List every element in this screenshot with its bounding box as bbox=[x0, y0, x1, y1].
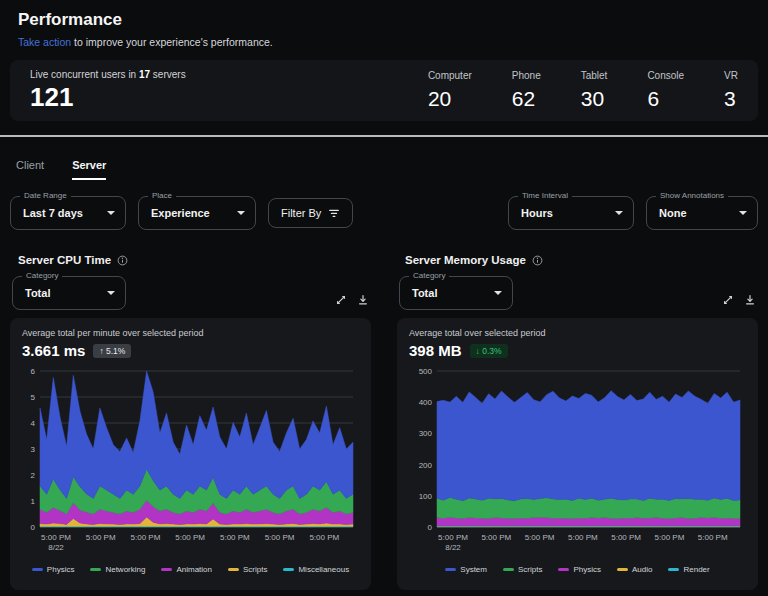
memory-category-select[interactable]: Category Total bbox=[399, 276, 513, 310]
svg-text:5:00 PM: 5:00 PM bbox=[220, 533, 250, 542]
download-chart-icon[interactable] bbox=[357, 294, 369, 306]
svg-text:5:00 PM: 5:00 PM bbox=[265, 533, 295, 542]
svg-text:400: 400 bbox=[419, 398, 433, 407]
svg-text:0: 0 bbox=[428, 523, 433, 532]
legend-swatch bbox=[90, 568, 101, 571]
page-title: Performance bbox=[18, 10, 750, 30]
memory-change-badge: ↓ 0.3% bbox=[470, 344, 508, 358]
tab-server[interactable]: Server bbox=[72, 159, 106, 180]
live-users-count: 121 bbox=[30, 82, 186, 113]
device-stats: Computer 20 Phone 62 Tablet 30 Console 6… bbox=[428, 70, 738, 111]
device-stat-console: Console 6 bbox=[647, 70, 684, 111]
memory-stat-value: 398 MB bbox=[409, 342, 462, 359]
legend-swatch bbox=[503, 568, 514, 571]
svg-text:2: 2 bbox=[31, 471, 36, 480]
cpu-category-select[interactable]: Category Total bbox=[12, 276, 126, 310]
legend-item[interactable]: Networking bbox=[90, 565, 145, 574]
legend-item[interactable]: Audio bbox=[617, 565, 652, 574]
legend-swatch bbox=[228, 568, 239, 571]
device-stat-vr: VR 3 bbox=[724, 70, 738, 111]
live-users-banner: Live concurrent users in 17 servers 121 … bbox=[10, 60, 758, 121]
svg-text:5:00 PM: 5:00 PM bbox=[698, 533, 728, 542]
legend-item[interactable]: Physics bbox=[32, 565, 75, 574]
info-icon[interactable] bbox=[532, 255, 543, 266]
legend-swatch bbox=[32, 568, 43, 571]
filters-bar: Date Range Last 7 days Place Experience … bbox=[10, 196, 758, 230]
page-header: Performance Take action to improve your … bbox=[0, 0, 768, 48]
legend-item[interactable]: Miscellaneous bbox=[283, 565, 349, 574]
date-range-select[interactable]: Date Range Last 7 days bbox=[10, 196, 126, 230]
memory-chart-card: Average total over selected period 398 M… bbox=[397, 318, 758, 590]
memory-chart-column: Server Memory Usage Category Total Avera bbox=[397, 254, 758, 590]
legend-label: Networking bbox=[105, 565, 145, 574]
legend-label: Miscellaneous bbox=[298, 565, 349, 574]
legend-label: Animation bbox=[176, 565, 212, 574]
legend-label: Render bbox=[683, 565, 709, 574]
info-icon[interactable] bbox=[117, 255, 128, 266]
svg-text:5:00 PM: 5:00 PM bbox=[131, 533, 161, 542]
svg-text:5:00 PM: 5:00 PM bbox=[41, 533, 71, 542]
time-interval-select[interactable]: Time Interval Hours bbox=[508, 196, 634, 230]
svg-text:5:00 PM: 5:00 PM bbox=[525, 533, 555, 542]
chevron-down-icon bbox=[494, 291, 502, 295]
svg-text:5:00 PM: 5:00 PM bbox=[86, 533, 116, 542]
legend-item[interactable]: Animation bbox=[161, 565, 212, 574]
section-divider bbox=[0, 135, 768, 137]
legend-label: System bbox=[460, 565, 487, 574]
legend-item[interactable]: Physics bbox=[558, 565, 601, 574]
page-subtitle: Take action to improve your experience's… bbox=[18, 36, 750, 48]
legend-label: Scripts bbox=[518, 565, 542, 574]
legend-item[interactable]: System bbox=[445, 565, 487, 574]
svg-text:5: 5 bbox=[31, 393, 36, 402]
svg-text:300: 300 bbox=[419, 429, 433, 438]
memory-chart-title: Server Memory Usage bbox=[405, 254, 526, 266]
legend-swatch bbox=[617, 568, 628, 571]
svg-text:5:00 PM: 5:00 PM bbox=[309, 533, 339, 542]
legend-swatch bbox=[445, 568, 456, 571]
place-select[interactable]: Place Experience bbox=[138, 196, 256, 230]
device-stat-tablet: Tablet 30 bbox=[581, 70, 608, 111]
cpu-chart-card: Average total per minute over selected p… bbox=[10, 318, 371, 590]
cpu-stat-label: Average total per minute over selected p… bbox=[22, 328, 359, 338]
svg-text:5:00 PM: 5:00 PM bbox=[611, 533, 641, 542]
chevron-down-icon bbox=[237, 211, 245, 215]
svg-text:5:00 PM: 5:00 PM bbox=[175, 533, 205, 542]
svg-text:200: 200 bbox=[419, 461, 433, 470]
chevron-down-icon bbox=[615, 211, 623, 215]
tab-client[interactable]: Client bbox=[16, 159, 44, 180]
svg-text:8/22: 8/22 bbox=[48, 543, 64, 552]
cpu-stat-value: 3.661 ms bbox=[22, 342, 85, 359]
subtitle-text: to improve your experience's performance… bbox=[71, 36, 273, 48]
legend-label: Scripts bbox=[243, 565, 267, 574]
legend-label: Physics bbox=[573, 565, 601, 574]
legend-swatch bbox=[668, 568, 679, 571]
svg-text:6: 6 bbox=[31, 367, 36, 376]
chevron-down-icon bbox=[107, 211, 115, 215]
expand-chart-icon[interactable] bbox=[335, 294, 347, 306]
memory-stat-label: Average total over selected period bbox=[409, 328, 746, 338]
memory-chart-legend: SystemScriptsPhysicsAudioRender bbox=[409, 565, 746, 574]
svg-text:0: 0 bbox=[31, 523, 36, 532]
svg-text:3: 3 bbox=[31, 445, 36, 454]
client-server-tabs: Client Server bbox=[16, 159, 768, 180]
legend-item[interactable]: Scripts bbox=[503, 565, 542, 574]
cpu-chart-legend: PhysicsNetworkingAnimationScriptsMiscell… bbox=[22, 565, 359, 574]
legend-item[interactable]: Scripts bbox=[228, 565, 267, 574]
expand-chart-icon[interactable] bbox=[722, 294, 734, 306]
svg-text:5:00 PM: 5:00 PM bbox=[655, 533, 685, 542]
svg-text:100: 100 bbox=[419, 492, 433, 501]
svg-text:500: 500 bbox=[419, 367, 433, 376]
device-stat-computer: Computer 20 bbox=[428, 70, 472, 111]
take-action-link[interactable]: Take action bbox=[18, 36, 71, 48]
download-chart-icon[interactable] bbox=[744, 294, 756, 306]
chevron-down-icon bbox=[107, 291, 115, 295]
cpu-chart-title: Server CPU Time bbox=[18, 254, 111, 266]
svg-text:5:00 PM: 5:00 PM bbox=[438, 533, 468, 542]
svg-text:4: 4 bbox=[31, 419, 36, 428]
legend-item[interactable]: Render bbox=[668, 565, 709, 574]
cpu-change-badge: ↑ 5.1% bbox=[93, 344, 131, 358]
cpu-chart-plot: 01234565:00 PM8/225:00 PM5:00 PM5:00 PM5… bbox=[22, 363, 359, 559]
svg-text:5:00 PM: 5:00 PM bbox=[568, 533, 598, 542]
show-annotations-select[interactable]: Show Annotations None bbox=[646, 196, 758, 230]
filter-by-button[interactable]: Filter By bbox=[268, 198, 353, 228]
